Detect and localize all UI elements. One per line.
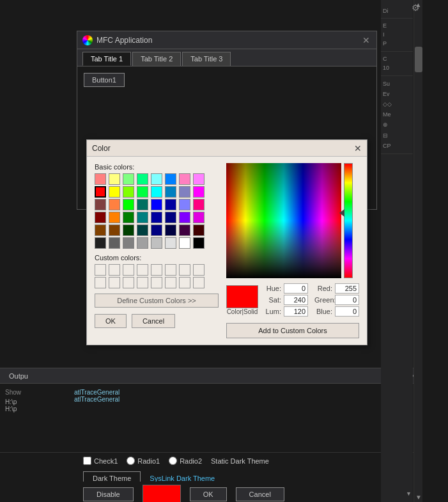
- custom-color-swatch[interactable]: [95, 277, 106, 288]
- scroll-bar[interactable]: ▲ ▼: [413, 0, 422, 502]
- lum-input[interactable]: [284, 306, 308, 317]
- mfc-tabs: Tab Title 1 Tab Title 2 Tab Title 3: [77, 49, 376, 67]
- basic-color-swatch[interactable]: [137, 199, 148, 210]
- basic-color-swatch[interactable]: [193, 199, 205, 210]
- radio2-input[interactable]: [169, 457, 177, 465]
- custom-color-swatch[interactable]: [193, 277, 205, 288]
- custom-color-swatch[interactable]: [165, 264, 176, 276]
- basic-color-swatch[interactable]: [109, 199, 120, 210]
- basic-color-swatch[interactable]: [179, 224, 190, 236]
- basic-color-swatch[interactable]: [123, 212, 134, 223]
- check1-checkbox[interactable]: [83, 457, 91, 465]
- color-dialog-body: Basic colors: Custom colors: Define Cust…: [87, 157, 367, 345]
- basic-color-swatch[interactable]: [193, 212, 205, 223]
- basic-color-swatch[interactable]: [179, 186, 190, 198]
- custom-color-swatch[interactable]: [165, 277, 176, 288]
- basic-color-swatch[interactable]: [137, 186, 148, 198]
- custom-color-swatch[interactable]: [95, 264, 106, 276]
- scroll-down-arrow[interactable]: ▼: [415, 494, 422, 501]
- color-spectrum[interactable]: [226, 163, 341, 278]
- tab-title-1[interactable]: Tab Title 1: [82, 52, 131, 66]
- basic-color-swatch[interactable]: [165, 199, 176, 210]
- basic-color-swatch[interactable]: [179, 237, 190, 249]
- basic-color-swatch[interactable]: [95, 173, 106, 185]
- disable-button[interactable]: Disable: [83, 487, 134, 501]
- add-to-custom-colors-button[interactable]: Add to Custom Colors: [226, 323, 359, 338]
- red-input[interactable]: [335, 283, 359, 294]
- basic-color-swatch[interactable]: [109, 212, 120, 223]
- bottom-ok-button[interactable]: OK: [190, 487, 227, 501]
- mfc-close-button[interactable]: ✕: [361, 35, 371, 45]
- basic-color-swatch[interactable]: [179, 212, 190, 223]
- basic-color-swatch[interactable]: [123, 173, 134, 185]
- basic-color-swatch[interactable]: [95, 199, 106, 210]
- basic-color-swatch[interactable]: [109, 224, 120, 236]
- basic-color-swatch[interactable]: [151, 237, 162, 249]
- custom-color-swatch[interactable]: [179, 264, 190, 276]
- tab-title-3[interactable]: Tab Title 3: [182, 52, 231, 66]
- custom-color-swatch[interactable]: [123, 277, 134, 288]
- basic-color-swatch[interactable]: [193, 186, 205, 198]
- basic-color-swatch[interactable]: [193, 237, 205, 249]
- basic-color-swatch[interactable]: [123, 237, 134, 249]
- color-left-panel: Basic colors: Custom colors: Define Cust…: [95, 163, 219, 338]
- basic-color-swatch[interactable]: [151, 224, 162, 236]
- tab-title-2[interactable]: Tab Title 2: [132, 52, 181, 66]
- basic-color-swatch[interactable]: [165, 186, 176, 198]
- gear-icon[interactable]: ⚙: [412, 3, 420, 13]
- define-custom-colors-button[interactable]: Define Custom Colors >>: [95, 294, 219, 308]
- green-row: Green:: [314, 295, 359, 305]
- color-ok-button[interactable]: OK: [95, 314, 127, 328]
- custom-color-swatch[interactable]: [193, 264, 205, 276]
- basic-color-swatch[interactable]: [151, 186, 162, 198]
- basic-color-swatch[interactable]: [151, 212, 162, 223]
- custom-color-swatch[interactable]: [109, 264, 120, 276]
- basic-color-swatch[interactable]: [193, 173, 205, 185]
- custom-color-swatch[interactable]: [179, 277, 190, 288]
- basic-color-swatch[interactable]: [109, 237, 120, 249]
- basic-color-swatch[interactable]: [179, 199, 190, 210]
- basic-color-swatch[interactable]: [109, 173, 120, 185]
- custom-color-swatch[interactable]: [151, 277, 162, 288]
- hue-slider[interactable]: [344, 163, 353, 278]
- custom-color-swatch[interactable]: [137, 264, 148, 276]
- basic-color-swatch[interactable]: [179, 173, 190, 185]
- custom-color-swatch[interactable]: [109, 277, 120, 288]
- basic-color-swatch[interactable]: [95, 186, 106, 198]
- bottom-cancel-button[interactable]: Cancel: [236, 487, 284, 501]
- basic-color-swatch[interactable]: [95, 212, 106, 223]
- basic-color-swatch[interactable]: [165, 224, 176, 236]
- basic-color-swatch[interactable]: [137, 212, 148, 223]
- basic-color-swatch[interactable]: [123, 199, 134, 210]
- custom-color-swatch[interactable]: [123, 264, 134, 276]
- basic-color-swatch[interactable]: [123, 186, 134, 198]
- radio1-input[interactable]: [127, 457, 135, 465]
- basic-color-swatch[interactable]: [165, 237, 176, 249]
- blue-input[interactable]: [335, 306, 359, 317]
- basic-color-swatch[interactable]: [137, 224, 148, 236]
- scroll-thumb[interactable]: [415, 47, 422, 72]
- basic-color-swatch[interactable]: [151, 199, 162, 210]
- color-cancel-button[interactable]: Cancel: [132, 314, 175, 328]
- hue-input[interactable]: [284, 283, 308, 294]
- basic-color-swatch[interactable]: [165, 212, 176, 223]
- scroll-down-icon[interactable]: ▼: [406, 490, 412, 497]
- basic-color-swatch[interactable]: [123, 224, 134, 236]
- basic-color-swatch[interactable]: [193, 224, 205, 236]
- output-paths: H:\p H:\p: [5, 398, 69, 412]
- basic-color-swatch[interactable]: [109, 186, 120, 198]
- basic-color-swatch[interactable]: [151, 173, 162, 185]
- sat-input[interactable]: [284, 295, 308, 305]
- color-dialog-close-button[interactable]: ✕: [354, 143, 362, 153]
- basic-color-swatch[interactable]: [137, 237, 148, 249]
- basic-color-swatch[interactable]: [165, 173, 176, 185]
- basic-color-swatch[interactable]: [95, 224, 106, 236]
- button1[interactable]: Button1: [84, 73, 125, 87]
- output-tab[interactable]: Outpu: [5, 371, 32, 381]
- custom-color-swatch[interactable]: [137, 277, 148, 288]
- custom-color-swatch[interactable]: [151, 264, 162, 276]
- green-input[interactable]: [335, 295, 359, 305]
- basic-color-swatch[interactable]: [137, 173, 148, 185]
- basic-color-swatch[interactable]: [95, 237, 106, 249]
- trace-line-2: atlTraceGeneral: [74, 396, 417, 403]
